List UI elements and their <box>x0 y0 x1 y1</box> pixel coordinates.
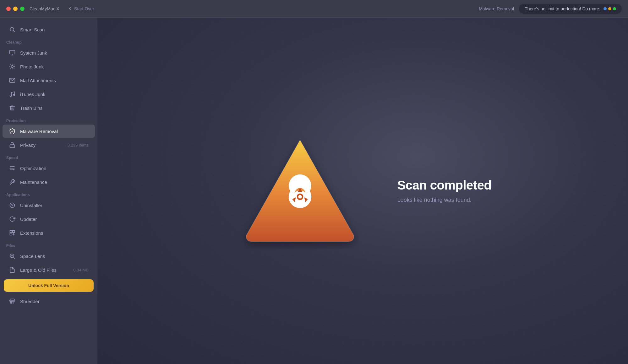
sidebar-item-updater[interactable]: Updater <box>3 212 95 226</box>
privacy-badge: 3,239 items <box>68 143 89 147</box>
sidebar-item-uninstaller[interactable]: Uninstaller <box>3 199 95 212</box>
privacy-icon <box>9 142 16 148</box>
main-layout: Smart Scan Cleanup System Junk Photo <box>0 18 628 364</box>
mail-attachments-label: Mail Attachments <box>20 78 89 83</box>
scan-result: Scan completed Looks like nothing was fo… <box>397 178 492 203</box>
svg-point-7 <box>10 95 12 97</box>
promo-dots <box>603 7 616 10</box>
promo-dot-blue <box>603 7 607 10</box>
system-junk-label: System Junk <box>20 50 89 56</box>
sidebar-item-itunes-junk[interactable]: iTunes Junk <box>3 88 95 101</box>
svg-rect-2 <box>10 51 15 54</box>
unlock-full-version-button[interactable]: Unlock Full Version <box>4 279 94 292</box>
uninstaller-label: Uninstaller <box>20 203 89 208</box>
sidebar-item-shredder[interactable]: Shredder <box>3 295 95 308</box>
space-lens-label: Space Lens <box>20 254 89 259</box>
svg-rect-23 <box>10 299 14 300</box>
space-lens-icon <box>9 253 16 260</box>
window-controls <box>6 7 25 11</box>
svg-rect-19 <box>10 233 12 235</box>
svg-point-14 <box>13 166 14 167</box>
svg-point-13 <box>10 168 11 169</box>
shredder-label: Shredder <box>20 299 89 304</box>
trash-bins-label: Trash Bins <box>20 105 89 111</box>
sidebar-item-malware-removal[interactable]: Malware Removal <box>3 125 95 138</box>
itunes-junk-icon <box>9 91 16 98</box>
sidebar-item-optimization[interactable]: Optimization <box>3 162 95 175</box>
malware-removal-icon <box>9 128 16 135</box>
sidebar-item-space-lens[interactable]: Space Lens <box>3 249 95 263</box>
svg-rect-18 <box>13 231 15 233</box>
optimization-icon <box>9 165 16 172</box>
chevron-left-icon <box>69 7 72 10</box>
section-protection: Protection <box>0 115 97 124</box>
sidebar-item-photo-junk[interactable]: Photo Junk <box>3 60 95 73</box>
shredder-icon <box>9 298 16 305</box>
start-over-button[interactable]: Start Over <box>67 5 97 13</box>
photo-junk-icon <box>9 63 16 70</box>
section-applications: Applications <box>0 189 97 198</box>
svg-rect-17 <box>10 231 12 233</box>
sidebar-item-large-files[interactable]: Large & Old Files 0.34 MB <box>3 263 95 276</box>
large-files-label: Large & Old Files <box>20 267 69 273</box>
maintenance-label: Maintenance <box>20 179 89 185</box>
smart-scan-icon <box>9 26 16 33</box>
uninstaller-icon <box>9 202 16 209</box>
large-files-icon <box>9 266 16 273</box>
sidebar-item-smart-scan[interactable]: Smart Scan <box>3 23 95 36</box>
malware-removal-label: Malware Removal <box>20 129 89 134</box>
minimize-button[interactable] <box>13 7 18 11</box>
svg-point-29 <box>298 195 302 198</box>
svg-point-8 <box>13 94 15 96</box>
svg-point-15 <box>13 169 14 170</box>
biohazard-triangle-icon <box>240 133 360 249</box>
current-module-label: Malware Removal <box>479 6 514 11</box>
sidebar-item-system-junk[interactable]: System Junk <box>3 46 95 59</box>
sidebar-item-trash-bins[interactable]: Trash Bins <box>3 101 95 115</box>
svg-point-5 <box>11 66 14 68</box>
content-inner: Scan completed Looks like nothing was fo… <box>234 122 492 260</box>
extensions-icon <box>9 229 16 236</box>
svg-line-1 <box>14 31 15 32</box>
maintenance-icon <box>9 179 16 185</box>
large-files-badge: 0.34 MB <box>74 268 89 272</box>
close-button[interactable] <box>6 7 11 11</box>
sidebar: Smart Scan Cleanup System Junk Photo <box>0 18 97 364</box>
title-bar-right: Malware Removal There's no limit to perf… <box>479 4 622 14</box>
scan-result-subtitle: Looks like nothing was found. <box>397 197 492 203</box>
sidebar-item-maintenance[interactable]: Maintenance <box>3 175 95 189</box>
trash-bins-icon <box>9 104 16 111</box>
privacy-label: Privacy <box>20 142 63 148</box>
photo-junk-label: Photo Junk <box>20 64 89 69</box>
promo-dot-yellow <box>608 7 611 10</box>
optimization-label: Optimization <box>20 166 89 171</box>
mail-attachments-icon <box>9 77 16 84</box>
smart-scan-label: Smart Scan <box>20 27 89 32</box>
app-title: CleanMyMac X <box>30 6 59 11</box>
sidebar-item-extensions[interactable]: Extensions <box>3 226 95 239</box>
scan-result-title: Scan completed <box>397 178 492 192</box>
biohazard-icon-container <box>234 122 366 260</box>
promo-dot-green <box>613 7 616 10</box>
svg-rect-9 <box>10 145 15 147</box>
svg-line-21 <box>14 257 15 259</box>
content-area: Scan completed Looks like nothing was fo… <box>97 18 628 364</box>
promo-text: There's no limit to perfection! Do more: <box>525 6 600 11</box>
sidebar-item-privacy[interactable]: Privacy 3,239 items <box>3 138 95 152</box>
promo-banner[interactable]: There's no limit to perfection! Do more: <box>519 4 622 14</box>
section-files: Files <box>0 240 97 249</box>
updater-label: Updater <box>20 217 89 222</box>
updater-icon <box>9 216 16 222</box>
section-cleanup: Cleanup <box>0 36 97 46</box>
sidebar-item-mail-attachments[interactable]: Mail Attachments <box>3 74 95 87</box>
extensions-label: Extensions <box>20 230 89 236</box>
maximize-button[interactable] <box>20 7 25 11</box>
itunes-junk-label: iTunes Junk <box>20 92 89 97</box>
section-speed: Speed <box>0 152 97 161</box>
system-junk-icon <box>9 49 16 56</box>
title-bar: CleanMyMac X Start Over Malware Removal … <box>0 0 628 18</box>
